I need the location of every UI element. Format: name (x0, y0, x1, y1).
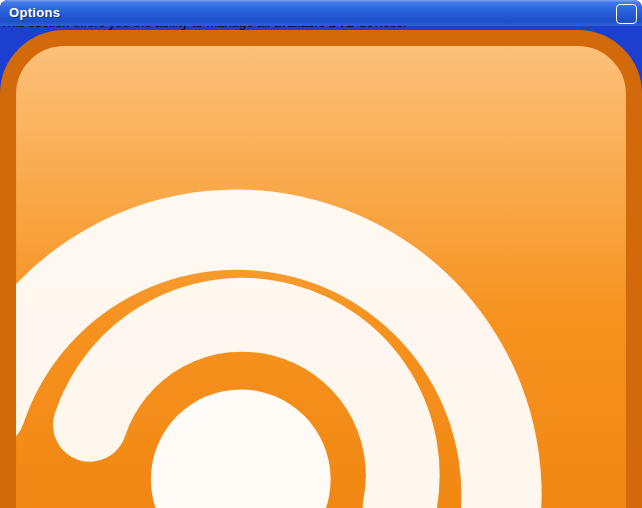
window-title: Options (9, 5, 60, 20)
dialog-body: Hardware This section offers you the abi… (0, 0, 642, 508)
section-header: Hardware This section offers you the abi… (0, 0, 642, 508)
app-logo-icon (0, 30, 642, 508)
close-button[interactable] (616, 4, 637, 24)
options-dialog: Options Hardware This section offers you… (0, 0, 642, 508)
titlebar[interactable]: Options (0, 0, 642, 26)
